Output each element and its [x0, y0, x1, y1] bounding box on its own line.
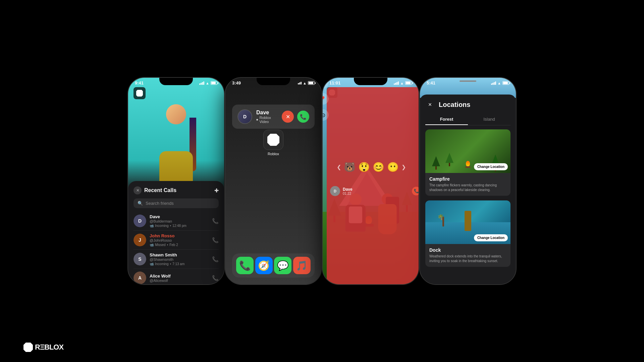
decline-button[interactable]: ✕ [282, 111, 294, 123]
call-name-alice: Alice Wolf [150, 274, 209, 279]
call-handle-john: @JohnRosso [150, 238, 209, 242]
location-card-campfire: Change Location Campfire The campfire fl… [425, 129, 511, 196]
campfire-tree-1 [432, 156, 440, 170]
roblox-app-icon[interactable]: Roblox [263, 130, 283, 156]
time-2: 3:49 [232, 80, 241, 85]
time-4: 5:41 [427, 80, 435, 85]
notch-3 [354, 78, 387, 85]
roblox-logo-btn-1[interactable] [133, 87, 146, 99]
campfire-name: Campfire [429, 176, 506, 182]
call-card-sub-text: Roblox Video [259, 116, 278, 124]
dock-music-icon[interactable]: 🎵 [293, 257, 311, 274]
search-icon-1: 🔍 [138, 201, 143, 206]
call-avatar-dave: D [133, 215, 146, 227]
roblox-brand-text: RΞBLOX [35, 343, 63, 352]
accept-button[interactable]: 📞 [297, 111, 309, 123]
dock-messages-icon[interactable]: 💬 [274, 257, 291, 274]
call-name-john: John Rosso [150, 233, 209, 238]
call-phone-dave[interactable]: 📞 [212, 218, 219, 224]
tab-island[interactable]: Island [468, 114, 511, 125]
phone-4-screen: 5:41 ▲ × Locations [420, 78, 516, 284]
add-call-button[interactable]: ✚ [214, 187, 219, 194]
call-item-dave[interactable]: D Dave @Builderman 📹 Incoming • 12:48 pm [133, 212, 219, 231]
top-pill-4 [460, 80, 476, 82]
phone-2: 3:49 ▲ D Dave [225, 77, 322, 285]
roblox-app-img [263, 130, 283, 150]
call-phone-shawn[interactable]: 📞 [212, 256, 219, 262]
call-card-info: Dave ■ Roblox Video [256, 110, 278, 124]
call-avatar-alice: A [133, 272, 146, 284]
emoji-neutral[interactable]: 😶 [387, 162, 399, 173]
call-name-shawn: Shawn Smith [150, 252, 209, 257]
call-item-shawn[interactable]: S Shawn Smith @Shawnsmith 📹 Incoming • 7… [133, 250, 219, 269]
dock-img: 🌴 Change Location [425, 200, 511, 244]
locations-panel: × Locations Forest Island [420, 95, 516, 284]
call-detail-shawn: 📹 Incoming • 7:13 am [150, 262, 209, 266]
phone-4: 5:41 ▲ × Locations [419, 77, 517, 285]
wifi-2: ▲ [303, 81, 307, 85]
phone-1-screen: 9:41 ▲ [128, 78, 224, 284]
emoji-happy[interactable]: 😊 [373, 162, 384, 173]
search-placeholder-1: Search friends [146, 201, 174, 206]
call-card-avatar: D [237, 109, 252, 124]
battery-4 [502, 81, 509, 85]
call-info-alice: Alice Wolf @Alicewolf [150, 274, 209, 283]
dock-palm: 🌴 [442, 217, 444, 227]
avatar-1 [146, 98, 206, 191]
roblox-r-1 [136, 90, 143, 97]
phone-3-screen: 11:01 ▲ [323, 78, 419, 284]
emoji-surprised[interactable]: 😲 [358, 162, 370, 173]
emoji-bear[interactable]: 🐻 [344, 162, 356, 173]
roblox-app-label: Roblox [268, 152, 279, 156]
call-detail-dave: 📹 Incoming • 12:48 pm [150, 224, 209, 228]
emoji-next[interactable]: ❯ [401, 164, 406, 170]
close-button-1[interactable]: ✕ [133, 186, 142, 194]
roblox-brand: RΞBLOX [23, 343, 63, 352]
change-location-dock[interactable]: Change Location [474, 234, 508, 241]
call-item-john[interactable]: J John Rosso @JohnRosso 📹 Missed • Feb 2 [133, 231, 219, 250]
wifi-1: ▲ [206, 81, 209, 85]
signal-2 [298, 82, 302, 84]
dock-bar: 📞 🧭 💬 🎵 [232, 253, 315, 278]
status-icons-4: ▲ [491, 81, 509, 85]
call-handle-dave: @Builderman [150, 219, 209, 223]
emoji-bar-3: ❮ 🐻 😲 😊 😶 ❯ [323, 78, 419, 271]
battery-fill-1 [211, 82, 216, 84]
tab-forest[interactable]: Forest [425, 114, 468, 125]
avatar-head [166, 104, 186, 124]
dock-info: Dock Weathered dock extends into the tra… [425, 244, 511, 267]
incoming-call-card: D Dave ■ Roblox Video ✕ 📞 [232, 105, 315, 129]
call-phone-john[interactable]: 📞 [212, 237, 219, 243]
status-icons-1: ▲ [199, 81, 217, 85]
recent-calls-left: ✕ Recent Calls [133, 186, 176, 194]
call-info-shawn: Shawn Smith @Shawnsmith 📹 Incoming • 7:1… [150, 252, 209, 266]
call-card-subtitle: ■ Roblox Video [256, 116, 278, 124]
dock-name: Dock [429, 247, 506, 253]
change-location-campfire[interactable]: Change Location [474, 163, 508, 170]
wifi-4: ▲ [497, 81, 501, 85]
locations-close-button[interactable]: × [425, 100, 435, 109]
dock-safari-icon[interactable]: 🧭 [255, 257, 273, 274]
status-icons-2: ▲ [298, 81, 315, 85]
call-phone-alice[interactable]: 📞 [212, 275, 219, 281]
roblox-brand-logo [23, 343, 33, 352]
locations-tabs: Forest Island [425, 114, 511, 125]
campfire-info: Campfire The campfire flickers warmly, c… [425, 173, 511, 196]
phone-1: 9:41 ▲ [127, 77, 225, 285]
notch-1 [159, 78, 193, 85]
call-card-name: Dave [256, 110, 278, 116]
campfire-fire [465, 161, 471, 168]
battery-1 [211, 81, 217, 85]
signal-1 [199, 81, 204, 85]
scene: 9:41 ▲ [0, 0, 644, 362]
call-avatar-shawn: S [133, 253, 146, 265]
call-handle-shawn: @Shawnsmith [150, 257, 209, 261]
status-bar-4: 5:41 ▲ [420, 78, 516, 87]
call-handle-alice: @Alicewolf [150, 279, 209, 283]
dock-desc: Weathered dock extends into the tranquil… [429, 254, 506, 263]
locations-header: × Locations [425, 100, 511, 109]
call-item-alice[interactable]: A Alice Wolf @Alicewolf 📞 [133, 269, 219, 284]
emoji-prev[interactable]: ❮ [337, 164, 341, 170]
dock-phone-icon[interactable]: 📞 [236, 257, 254, 274]
search-bar-1[interactable]: 🔍 Search friends [133, 198, 219, 208]
